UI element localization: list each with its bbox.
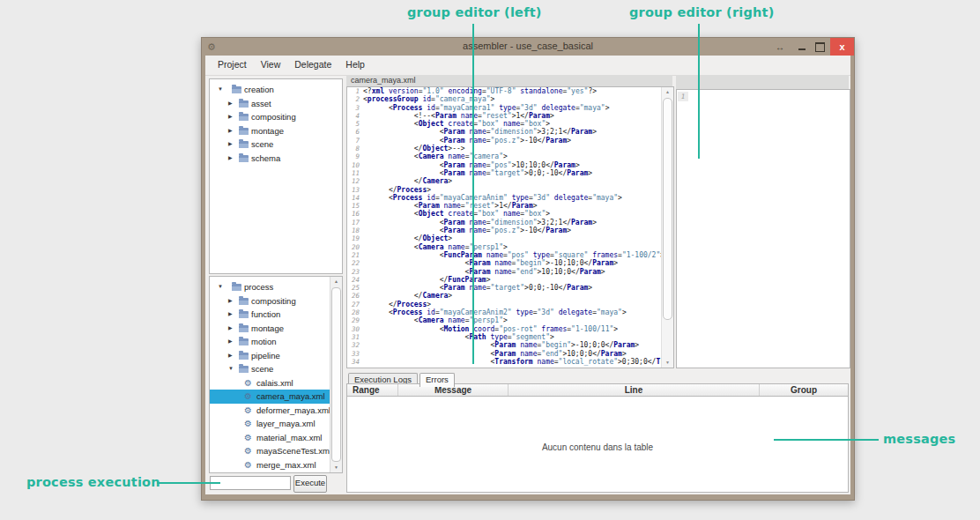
code-line-7: 7 <Param name="pos.z">-10</Param> <box>347 137 673 145</box>
swap-window-button[interactable]: ↔ <box>772 38 788 56</box>
collapsed-arrow-icon[interactable] <box>228 110 233 124</box>
column-header-line[interactable]: Line <box>509 384 760 396</box>
tree-folder-montage[interactable]: montage <box>210 322 330 336</box>
annotation-process-execution: process execution <box>26 475 160 489</box>
title-bar[interactable]: ⚙ assembler - use_case_basical ↔ x <box>202 38 854 56</box>
folder-icon <box>239 298 249 305</box>
folder-icon <box>239 100 249 108</box>
editor-tab-bar[interactable]: camera_maya.xml <box>346 75 672 86</box>
tree-file-deformer_maya-xml[interactable]: deformer_maya.xml <box>210 404 330 418</box>
expanded-arrow-icon[interactable] <box>218 83 223 97</box>
tree-folder-compositing[interactable]: compositing <box>210 294 330 308</box>
scroll-up-icon[interactable] <box>330 277 342 286</box>
tree-folder-motion[interactable]: motion <box>210 335 330 349</box>
editor-scrollbar[interactable] <box>661 87 673 368</box>
folder-icon <box>239 114 249 121</box>
line-number: 25 <box>347 284 360 292</box>
code-line-25: 25 <Param name="target">0;0;-10</Param> <box>347 284 673 292</box>
scrollbar-thumb[interactable] <box>331 287 341 462</box>
tree-folder-function[interactable]: function <box>210 308 330 322</box>
tree-folder-compositing[interactable]: compositing <box>210 110 342 124</box>
expanded-arrow-icon[interactable] <box>218 280 223 294</box>
folder-icon <box>232 284 241 291</box>
tree-folder-scene[interactable]: scene <box>210 137 342 152</box>
messages-table-body[interactable]: Aucun contenu dans la table <box>346 397 849 493</box>
code-line-29: 29 <Camera name="persp1"> <box>347 316 673 324</box>
maximize-button[interactable] <box>812 38 828 56</box>
folder-icon <box>239 353 249 360</box>
line-number: 33 <box>347 350 360 358</box>
xml-code[interactable]: 1<?xml version="1.0" encoding="UTF-8" st… <box>347 87 673 366</box>
column-header-range[interactable]: Range <box>347 384 398 396</box>
code-line-10: 10 <Param name="pos">10;10;0</Param> <box>347 161 673 169</box>
code-line-11: 11 <Param name="target">0;0;-10</Param> <box>347 169 673 177</box>
line-number: 23 <box>347 268 360 276</box>
line-number: 22 <box>347 259 360 267</box>
process-tree-scrollbar[interactable] <box>330 277 342 472</box>
code-line-21: 21 <FuncParam name="pos" type="square" f… <box>347 251 673 259</box>
collapsed-arrow-icon[interactable] <box>228 335 233 349</box>
tree-folder-process[interactable]: process <box>210 280 330 294</box>
collapsed-arrow-icon[interactable] <box>228 322 233 336</box>
code-line-34: 34 <Transform name="local_rotate">0;30;0… <box>347 358 673 366</box>
scrollbar-thumb[interactable] <box>663 98 672 320</box>
line-number: 20 <box>347 243 360 251</box>
tree-file-mayaSceneTest-xml[interactable]: mayaSceneTest.xml <box>210 444 330 458</box>
group-editor-right[interactable]: 1 <box>676 89 850 368</box>
scroll-down-icon[interactable] <box>330 463 342 472</box>
collapsed-arrow-icon[interactable] <box>228 97 233 111</box>
line-number: 18 <box>347 227 360 234</box>
folder-icon <box>239 366 249 373</box>
tree-item-label: creation <box>244 83 274 97</box>
tree-folder-creation[interactable]: creation <box>210 83 342 97</box>
tree-file-merge_max-xml[interactable]: merge_max.xml <box>210 458 330 472</box>
line-number: 21 <box>347 251 360 259</box>
menu-view[interactable]: View <box>254 56 288 70</box>
creation-tree[interactable]: creationassetcompositingmontagescenesche… <box>209 78 343 274</box>
menu-project[interactable]: Project <box>211 56 254 70</box>
tree-file-layer_maya-xml[interactable]: layer_maya.xml <box>210 417 330 431</box>
tree-folder-schema[interactable]: schema <box>210 152 342 166</box>
scroll-down-icon[interactable] <box>662 358 673 368</box>
line-number: 12 <box>347 177 360 185</box>
tree-file-camera_maya-xml[interactable]: camera_maya.xml <box>210 390 330 404</box>
editor-tab-label[interactable]: camera_maya.xml <box>346 76 416 85</box>
collapsed-arrow-icon[interactable] <box>228 308 233 322</box>
tree-folder-pipeline[interactable]: pipeline <box>210 349 330 363</box>
collapsed-arrow-icon[interactable] <box>228 124 233 138</box>
collapsed-arrow-icon[interactable] <box>228 294 233 308</box>
tree-file-material_max-xml[interactable]: material_max.xml <box>210 431 330 445</box>
tree-item-label: asset <box>251 97 271 111</box>
tree-folder-asset[interactable]: asset <box>210 97 342 111</box>
code-line-14: 14 <Process id="mayaCameraAnim" type="3d… <box>347 194 673 202</box>
code-line-30: 30 <Motion coord="pos-rot" frames="1-100… <box>347 325 673 333</box>
collapsed-arrow-icon[interactable] <box>228 152 233 166</box>
line-number: 2 <box>347 95 360 103</box>
tree-item-label: material_max.xml <box>256 431 322 445</box>
collapsed-arrow-icon[interactable] <box>228 137 233 152</box>
group-editor-left[interactable]: 1<?xml version="1.0" encoding="UTF-8" st… <box>346 86 674 368</box>
tree-item-label: scene <box>251 137 273 152</box>
tree-folder-scene[interactable]: scene <box>210 362 330 376</box>
tree-item-label: deformer_maya.xml <box>256 404 330 418</box>
column-header-group[interactable]: Group <box>760 384 848 396</box>
tree-item-label: pipeline <box>251 349 280 363</box>
tree-item-label: function <box>251 308 280 322</box>
execute-button[interactable]: Execute <box>293 475 327 493</box>
minimize-button[interactable] <box>794 38 810 56</box>
collapsed-arrow-icon[interactable] <box>228 349 233 363</box>
expanded-arrow-icon[interactable] <box>228 362 234 376</box>
tree-folder-montage[interactable]: montage <box>210 124 342 138</box>
code-line-23: 23 <Param name="end">10;10;0</Param> <box>347 268 673 276</box>
tree-file-calais-xml[interactable]: calais.xml <box>210 376 330 390</box>
menu-delegate[interactable]: Delegate <box>287 56 338 70</box>
process-tree[interactable]: processcompositingfunctionmontagemotionp… <box>209 276 343 473</box>
menu-help[interactable]: Help <box>338 56 372 70</box>
console-tab-errors[interactable]: Errors <box>419 373 455 387</box>
console-tabs: Execution LogsErrors <box>346 370 849 383</box>
scroll-up-icon[interactable] <box>662 87 673 97</box>
process-execution-input[interactable] <box>210 476 291 490</box>
code-line-24: 24 </FuncParam> <box>347 276 673 284</box>
line-number: 26 <box>347 292 360 300</box>
close-button[interactable]: x <box>830 38 854 56</box>
